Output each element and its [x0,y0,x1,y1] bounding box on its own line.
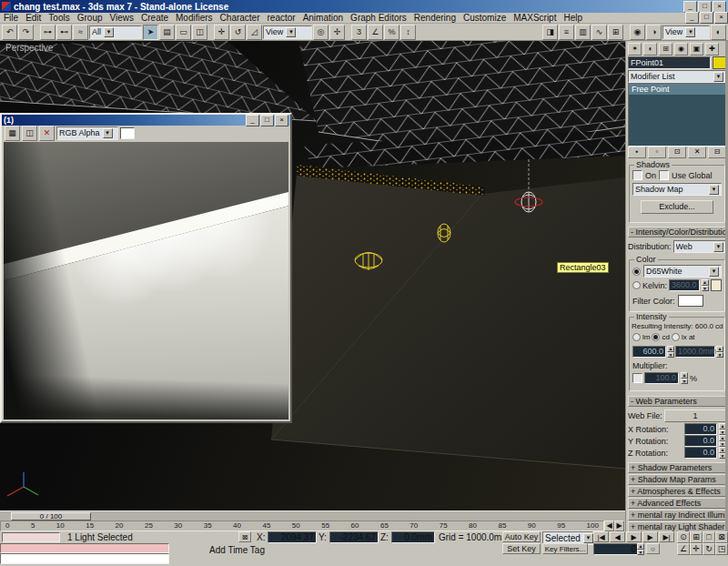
select-and-link-icon[interactable] [40,25,56,40]
chevron-down-icon[interactable]: ▼ [286,27,296,37]
chevron-down-icon[interactable]: ▼ [583,533,593,543]
viewport-label[interactable]: Perspective [5,43,53,53]
lx-value-spinner[interactable]: ▲▼ [716,346,723,358]
modifier-stack[interactable]: Free Point [628,83,726,147]
rollout-mental-ray-indirect[interactable]: mental ray Indirect Illumination [628,510,726,521]
rollout-shadow-map-params[interactable]: Shadow Map Params [628,474,726,485]
mdi-close-icon[interactable]: × [714,12,728,24]
menu-character[interactable]: Character [217,13,264,23]
menu-edit[interactable]: Edit [22,13,45,23]
render-window-titlebar[interactable]: (1) _ □ × [2,115,290,126]
macro-recorder-field[interactable] [2,532,60,542]
undo-icon[interactable] [2,25,17,40]
bind-to-spacewarp-icon[interactable] [73,25,88,40]
object-name-field[interactable]: FPoint01 [628,56,711,69]
close-icon[interactable]: × [713,1,726,13]
menu-reactor[interactable]: reactor [264,13,299,23]
shadow-generator-dropdown[interactable]: Shadow Map ▼ [632,183,722,196]
menu-rendering[interactable]: Rendering [410,13,460,23]
key-mode-toggle-icon[interactable]: ○ [646,543,660,554]
maxscript-mini-listener-pink[interactable] [0,543,169,553]
menu-tools[interactable]: Tools [45,13,73,23]
chevron-down-icon[interactable]: ▼ [685,27,695,37]
chevron-down-icon[interactable]: ▼ [713,242,723,252]
close-icon[interactable]: × [275,115,288,126]
menu-create[interactable]: Create [137,13,172,23]
schematic-view-icon[interactable] [608,25,623,40]
select-and-rotate-icon[interactable] [230,25,246,40]
cd-value-field[interactable]: 600.0 [632,346,666,358]
next-frame-icon[interactable] [642,531,658,542]
minimize-icon[interactable]: _ [683,1,697,13]
select-object-icon[interactable] [143,25,158,40]
current-frame-field[interactable]: 0 [593,543,639,555]
zoom-all-icon[interactable] [690,531,703,543]
lock-selection-icon[interactable] [238,531,251,542]
menu-customize[interactable]: Customize [460,13,510,23]
save-bitmap-icon[interactable] [5,126,20,141]
rollout-shadow-parameters[interactable]: Shadow Parameters [628,462,726,473]
tab-motion-icon[interactable]: ◉ [674,43,688,56]
select-and-move-icon[interactable] [214,25,229,40]
x-coord-field[interactable]: 2094.37 [268,531,317,543]
lm-radio[interactable] [632,333,641,341]
render-scene-icon[interactable] [646,25,662,40]
cd-value-spinner[interactable]: ▲▼ [667,346,674,358]
rendered-frame-window[interactable]: (1) _ □ × RGB Alpha ▼ [0,113,292,423]
y-rotation-field[interactable]: 0.0 [684,435,717,447]
z-rotation-field[interactable]: 0.0 [684,447,717,459]
select-and-manipulate-icon[interactable] [329,25,345,40]
show-end-result-icon[interactable]: ▫ [648,147,666,158]
curve-editor-icon[interactable] [592,25,607,40]
zoom-extents-icon[interactable] [703,531,715,543]
color-preset-dropdown[interactable]: D65White ▼ [643,265,722,278]
rollout-advanced-effects[interactable]: Advanced Effects [628,498,726,509]
select-by-name-icon[interactable] [159,25,175,40]
menu-views[interactable]: Views [106,13,138,23]
preset-color-radio[interactable] [632,268,641,276]
multiplier-field[interactable]: 100.0 [644,372,679,384]
previous-frame-icon[interactable] [610,531,625,542]
key-filters-button[interactable]: Key Filters... [542,543,588,554]
mirror-icon[interactable] [542,25,558,40]
rollout-atmospheres-effects[interactable]: Atmospheres & Effects [628,486,726,497]
spinner-snap-icon[interactable] [400,25,416,40]
kelvin-radio[interactable] [632,281,641,289]
use-global-checkbox[interactable] [659,170,669,180]
go-to-end-icon[interactable] [659,531,674,542]
material-editor-icon[interactable] [630,25,645,40]
kelvin-field[interactable]: 3600.0 [669,279,700,291]
menu-animation[interactable]: Animation [299,13,347,23]
menu-maxscript[interactable]: MAXScript [510,13,560,23]
window-crossing-icon[interactable] [192,25,207,40]
filter-color-swatch[interactable] [678,295,703,307]
clone-window-icon[interactable] [22,126,37,141]
percent-snap-icon[interactable] [384,25,399,40]
quick-render-icon[interactable] [711,25,726,40]
y-coord-field[interactable]: -2234.67 [329,531,379,543]
set-key-button[interactable]: Set Key [502,543,541,554]
pin-stack-icon[interactable]: ▪ [628,147,646,158]
distribution-dropdown[interactable]: Web ▼ [673,240,726,253]
reference-coordinate-dropdown[interactable]: View ▼ [263,25,312,39]
maximize-icon[interactable]: □ [260,115,274,126]
shadows-on-checkbox[interactable] [632,170,642,180]
channel-display-dropdown[interactable]: RGB Alpha ▼ [56,126,118,140]
render-type-dropdown[interactable]: View ▼ [662,25,710,39]
rollout-intensity-color-distribution[interactable]: Intensity/Color/Distribution [628,227,726,238]
multiplier-spinner[interactable]: ▲▼ [681,372,688,384]
menu-modifiers[interactable]: Modifiers [172,13,217,23]
menu-graph-editors[interactable]: Graph Editors [347,13,410,23]
chevron-down-icon[interactable]: ▼ [104,27,114,37]
kelvin-color-swatch[interactable] [711,279,722,291]
mdi-restore-icon[interactable]: □ [700,12,713,24]
zoom-extents-all-icon[interactable] [715,531,728,543]
kelvin-spinner[interactable]: ▲▼ [702,279,709,291]
rollout-web-parameters[interactable]: Web Parameters [628,396,726,407]
menu-help[interactable]: Help [560,13,586,23]
tab-display-icon[interactable]: ▣ [690,43,703,56]
tab-create-icon[interactable]: ✶ [628,43,642,56]
chevron-down-icon[interactable]: ▼ [713,72,723,82]
selection-region-icon[interactable] [176,25,191,40]
menu-file[interactable]: File [0,13,22,23]
